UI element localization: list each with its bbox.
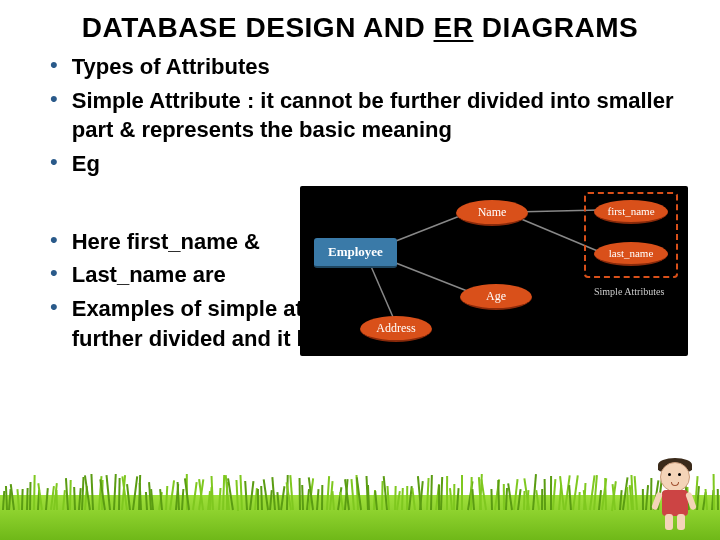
bullet-text: Simple Attribute : it cannot be further … xyxy=(72,86,690,145)
attr-label: Age xyxy=(486,289,506,304)
bullet-item: • Eg xyxy=(50,149,690,179)
attribute-oval-age: Age xyxy=(460,284,532,310)
svg-line-2 xyxy=(370,264,396,324)
bullet-item: • Simple Attribute : it cannot be furthe… xyxy=(50,86,690,145)
attribute-oval-firstname: first_name xyxy=(594,200,668,224)
entity-label: Employee xyxy=(328,244,383,259)
er-diagram: Employee Name Age Address first_name las… xyxy=(300,186,688,356)
entity-box: Employee xyxy=(314,238,397,268)
slide-title: DATABASE DESIGN AND ER DIAGRAMS xyxy=(0,0,720,52)
bullet-dot-icon: • xyxy=(50,294,58,320)
attr-label: last_name xyxy=(609,247,654,259)
simple-attributes-label: Simple Attributes xyxy=(594,286,664,297)
title-part-2: DIAGRAMS xyxy=(473,12,638,43)
bullet-text: Types of Attributes xyxy=(72,52,270,82)
attribute-oval-name: Name xyxy=(456,200,528,226)
bullet-dot-icon: • xyxy=(50,260,58,286)
cartoon-character xyxy=(648,458,702,530)
grass-decoration xyxy=(0,470,720,540)
bullet-dot-icon: • xyxy=(50,149,58,175)
title-part-1: DATABASE DESIGN AND xyxy=(82,12,434,43)
bullet-text: Last_name are xyxy=(72,260,226,290)
bullet-item: • Types of Attributes xyxy=(50,52,690,82)
bullet-text: Here first_name & xyxy=(72,227,260,257)
bullet-dot-icon: • xyxy=(50,227,58,253)
attr-label: Name xyxy=(478,205,507,220)
attr-label: Address xyxy=(376,321,415,336)
bullet-text: Eg xyxy=(72,149,100,179)
attr-label: first_name xyxy=(607,205,654,217)
attribute-oval-address: Address xyxy=(360,316,432,342)
title-underlined: ER xyxy=(434,12,474,43)
bullet-dot-icon: • xyxy=(50,52,58,78)
attribute-oval-lastname: last_name xyxy=(594,242,668,266)
bullet-dot-icon: • xyxy=(50,86,58,112)
